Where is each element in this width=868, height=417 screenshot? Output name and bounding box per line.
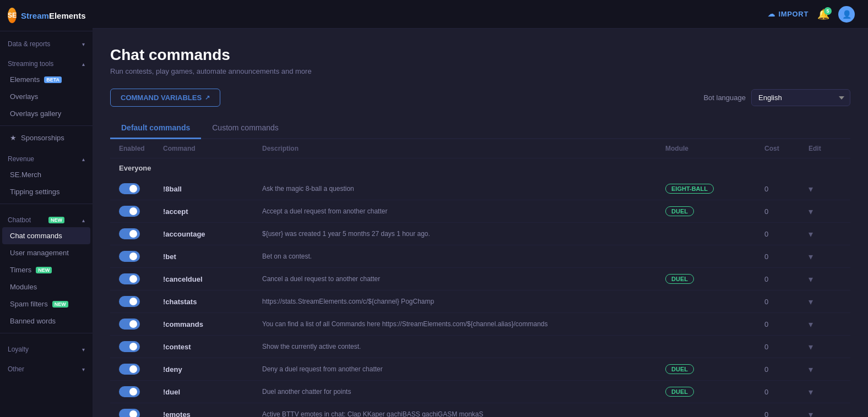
header-enabled: Enabled [119,145,163,152]
command-expand[interactable]: ▾ [809,364,842,375]
sidebar-section-chatbot: Chatbot NEW ▴ Chat commands User managem… [0,211,93,330]
command-toggle[interactable] [119,296,140,307]
sidebar-divider-2 [0,204,93,204]
command-toggle[interactable] [119,341,140,352]
header-cost: Cost [764,145,809,152]
sidebar-item-chat-commands[interactable]: Chat commands [2,227,90,244]
table-row: !emotesActive BTTV emotes in chat: Clap … [110,403,850,417]
cloud-upload-icon: ☁ [768,10,775,18]
bot-language-label: Bot language [703,94,746,102]
command-name: !deny [163,365,262,374]
command-expand[interactable]: ▾ [809,342,842,352]
sidebar-chatbot[interactable]: Chatbot NEW ▴ [0,211,93,227]
sidebar-item-elements[interactable]: Elements BETA [2,71,90,88]
sidebar-item-spam-filters[interactable]: Spam filters NEW [2,295,90,312]
command-toggle[interactable] [119,364,140,375]
tab-default-commands[interactable]: Default commands [110,118,201,139]
command-expand[interactable]: ▾ [809,387,842,397]
command-expand[interactable]: ▾ [809,251,842,262]
command-module: DUEL [665,274,764,284]
command-expand[interactable]: ▾ [809,229,842,239]
table-row: !contestShow the currently active contes… [110,336,850,358]
sidebar-item-tipping-settings[interactable]: Tipping settings [2,183,90,200]
notifications-button[interactable]: 🔔 5 [817,8,829,20]
sidebar-item-sponsorships[interactable]: ★ Sponsorships [2,129,90,146]
command-toggle[interactable] [119,319,140,330]
command-name: !cancelduel [163,275,262,283]
command-toggle[interactable] [119,183,140,194]
tab-custom-commands[interactable]: Custom commands [201,118,290,139]
command-cost: 0 [764,388,809,396]
command-cost: 0 [764,207,809,216]
table-row: !duelDuel another chatter for pointsDUEL… [110,381,850,403]
header-module: Module [665,145,764,152]
expand-button[interactable]: ▾ [809,319,813,330]
command-expand[interactable]: ▾ [809,206,842,217]
logo-area: SE StreamElements [0,0,93,31]
command-description: Accept a duel request from another chatt… [262,207,665,215]
sidebar-item-overlays[interactable]: Overlays [2,88,90,105]
expand-button[interactable]: ▾ [809,229,813,239]
sidebar-streaming-tools[interactable]: Streaming tools ▴ [0,54,93,71]
sidebar-item-modules[interactable]: Modules [2,278,90,295]
command-description: Ask the magic 8-ball a question [262,185,665,193]
sidebar-item-banned-words[interactable]: Banned words [2,312,90,330]
command-expand[interactable]: ▾ [809,409,842,418]
language-select[interactable]: English Spanish French German Portuguese [751,89,850,106]
sidebar-item-overlays-gallery[interactable]: Overlays gallery [2,105,90,122]
table-row: !denyDeny a duel request from another ch… [110,358,850,381]
command-variables-button[interactable]: COMMAND VARIABLES ↗ [110,89,220,107]
expand-button[interactable]: ▾ [809,342,813,352]
expand-button[interactable]: ▾ [809,387,813,397]
command-cost: 0 [764,230,809,238]
sidebar-item-se-merch[interactable]: SE.Merch [2,166,90,183]
expand-button[interactable]: ▾ [809,251,813,262]
expand-button[interactable]: ▾ [809,184,813,194]
command-module: EIGHT-BALL [665,184,764,194]
expand-button[interactable]: ▾ [809,409,813,418]
command-description: Cancel a duel request to another chatter [262,275,665,283]
command-name: !contest [163,343,262,351]
command-toggle[interactable] [119,228,140,239]
notification-badge: 5 [824,7,832,15]
command-toggle[interactable] [119,251,140,262]
sidebar-item-user-management[interactable]: User management [2,244,90,261]
command-name: !chatstats [163,298,262,306]
command-description: https://stats.StreamElements.com/c/${cha… [262,298,665,305]
command-toggle[interactable] [119,386,140,397]
command-name: !accept [163,207,262,216]
main-content: ☁ IMPORT 🔔 5 👤 Chat commands Run contest… [93,0,868,417]
command-description: ${user} was created 1 year 5 months 27 d… [262,230,665,238]
expand-button[interactable]: ▾ [809,206,813,217]
header-command: Command [163,145,262,152]
tabs: Default commands Custom commands [110,118,850,139]
import-button[interactable]: ☁ IMPORT [768,10,809,18]
expand-button[interactable]: ▾ [809,274,813,284]
command-expand[interactable]: ▾ [809,184,842,194]
logo-text: StreamElements [21,11,86,20]
command-toggle[interactable] [119,206,140,217]
command-expand[interactable]: ▾ [809,274,842,284]
sidebar-data-reports[interactable]: Data & reports ▾ [0,35,93,51]
table-row: !8ballAsk the magic 8-ball a questionEIG… [110,178,850,200]
page-title: Chat commands [110,46,850,64]
command-toggle[interactable] [119,273,140,284]
command-module: DUEL [665,387,764,397]
command-description: Duel another chatter for points [262,388,665,396]
sidebar-loyalty[interactable]: Loyalty ▾ [0,340,93,356]
command-toggle[interactable] [119,409,140,417]
chevron-down-icon: ▴ [82,156,85,162]
table-row: !accountage${user} was created 1 year 5 … [110,223,850,245]
star-icon: ★ [10,134,17,142]
avatar-button[interactable]: 👤 [838,6,855,23]
command-expand[interactable]: ▾ [809,297,842,307]
expand-button[interactable]: ▾ [809,364,813,375]
sidebar-revenue[interactable]: Revenue ▴ [0,150,93,166]
table-row: !betBet on a contest.0▾ [110,245,850,268]
header-description: Description [262,145,665,152]
page-subtitle: Run contests, play games, automate annou… [110,67,850,75]
sidebar-other[interactable]: Other ▾ [0,360,93,376]
expand-button[interactable]: ▾ [809,297,813,307]
command-expand[interactable]: ▾ [809,319,842,330]
sidebar-item-timers[interactable]: Timers NEW [2,261,90,278]
